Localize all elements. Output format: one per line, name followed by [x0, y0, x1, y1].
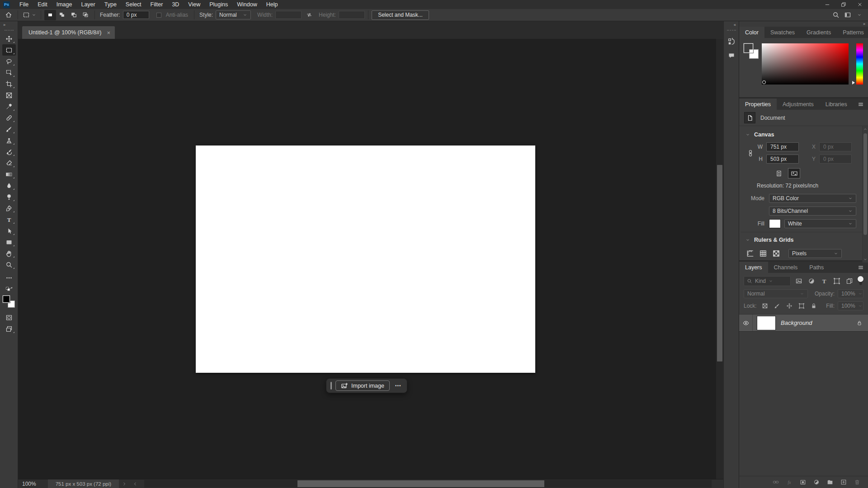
new-group-button[interactable]	[827, 479, 833, 485]
layer-style-button[interactable]: fx	[786, 479, 793, 485]
eyedropper-tool[interactable]	[2, 101, 16, 112]
canvas-x-input[interactable]	[819, 142, 852, 151]
tab-close-button[interactable]: ×	[107, 30, 110, 36]
menu-layer[interactable]: Layer	[76, 0, 99, 9]
document-canvas[interactable]	[196, 145, 535, 373]
menu-help[interactable]: Help	[262, 0, 283, 9]
rulers-section-header[interactable]: Rulers & Grids	[745, 237, 856, 243]
vertical-scrollbar-thumb[interactable]	[717, 165, 722, 361]
menu-plugins[interactable]: Plugins	[205, 0, 232, 9]
color-mode-dropdown[interactable]: RGB Color	[769, 194, 856, 203]
lock-image-pixels-button[interactable]	[773, 302, 781, 310]
status-next-button[interactable]	[119, 482, 130, 486]
fill-color-swatch[interactable]	[769, 219, 781, 228]
ruler-icon[interactable]	[746, 249, 754, 258]
scroll-down-icon[interactable]	[863, 257, 868, 262]
edit-toolbar-button[interactable]	[2, 272, 16, 283]
tab-gradients[interactable]: Gradients	[801, 27, 837, 38]
style-dropdown[interactable]: Normal	[216, 10, 251, 19]
anti-alias-checkbox[interactable]	[156, 13, 161, 18]
layer-thumbnail[interactable]	[757, 316, 776, 330]
filter-pixel-layers-button[interactable]	[794, 277, 803, 286]
layer-row-background[interactable]: Background	[739, 314, 868, 332]
pen-tool[interactable]	[2, 202, 16, 214]
hue-strip[interactable]	[856, 43, 863, 84]
home-button[interactable]	[3, 10, 14, 20]
horizontal-scrollbar[interactable]	[144, 480, 712, 488]
layer-locked-icon[interactable]	[857, 320, 862, 326]
vertical-scrollbar[interactable]	[716, 39, 723, 479]
collapse-panels-button[interactable]: «	[734, 21, 739, 27]
filter-shape-layers-button[interactable]	[832, 277, 841, 286]
dodge-tool[interactable]	[2, 191, 16, 202]
add-layer-mask-button[interactable]	[800, 479, 806, 485]
zoom-tool[interactable]	[2, 259, 16, 270]
layers-panel-menu-button[interactable]	[858, 264, 868, 271]
select-and-mask-button[interactable]: Select and Mask...	[372, 10, 429, 20]
eraser-tool[interactable]	[2, 157, 16, 169]
healing-brush-tool[interactable]	[2, 112, 16, 123]
history-panel-button[interactable]	[726, 36, 737, 47]
brush-tool[interactable]	[2, 123, 16, 135]
filter-adjustment-layers-button[interactable]	[807, 277, 816, 286]
width-input[interactable]	[275, 11, 302, 19]
tool-preset-picker[interactable]	[21, 10, 38, 20]
foreground-color-swatch[interactable]	[744, 43, 753, 53]
swap-colors-button[interactable]	[5, 286, 13, 293]
workspace-button[interactable]	[842, 10, 854, 20]
grid-icon[interactable]	[759, 249, 767, 258]
lock-transparent-pixels-button[interactable]	[761, 302, 769, 310]
taskbar-drag-handle[interactable]	[330, 382, 332, 389]
selection-mode-add[interactable]	[56, 10, 68, 20]
expand-toolbar-button[interactable]: »	[0, 23, 5, 27]
canvas-height-input[interactable]	[766, 155, 799, 164]
transparency-grid-icon[interactable]	[772, 249, 780, 258]
fill-dropdown[interactable]: White	[784, 219, 856, 228]
restore-button[interactable]	[835, 0, 852, 9]
menu-window[interactable]: Window	[232, 0, 261, 9]
landscape-orientation-button[interactable]	[788, 168, 800, 178]
menu-view[interactable]: View	[184, 0, 205, 9]
new-adjustment-layer-button[interactable]	[813, 479, 820, 485]
quick-mask-button[interactable]	[2, 312, 16, 323]
minimize-button[interactable]	[819, 0, 835, 9]
dock-grip[interactable]	[727, 30, 736, 31]
color-picker-handle[interactable]	[762, 80, 766, 84]
tab-paths[interactable]: Paths	[803, 262, 830, 273]
canvas-y-input[interactable]	[819, 155, 852, 164]
path-selection-tool[interactable]	[2, 225, 16, 236]
crop-tool[interactable]	[2, 78, 16, 89]
menu-type[interactable]: Type	[100, 0, 121, 9]
tab-adjustments[interactable]: Adjustments	[777, 99, 820, 110]
collapse-group-button[interactable]: »	[863, 22, 865, 26]
new-layer-button[interactable]	[840, 479, 847, 485]
tab-libraries[interactable]: Libraries	[820, 99, 853, 110]
blend-mode-dropdown[interactable]: Normal	[744, 289, 808, 298]
menu-filter[interactable]: Filter	[146, 0, 168, 9]
filter-smart-objects-button[interactable]	[844, 277, 854, 286]
foreground-background-colors[interactable]	[3, 296, 15, 308]
tab-swatches[interactable]: Swatches	[764, 27, 801, 38]
clone-stamp-tool[interactable]	[2, 135, 16, 146]
rectangular-marquee-tool[interactable]	[2, 44, 16, 56]
menu-image[interactable]: Image	[52, 0, 77, 9]
hue-slider-arrow[interactable]	[852, 81, 855, 84]
lasso-tool[interactable]	[2, 56, 16, 67]
selection-mode-intersect[interactable]	[80, 10, 91, 20]
canvas-section-header[interactable]: Canvas	[745, 131, 856, 138]
layer-name[interactable]: Background	[781, 319, 812, 326]
toolbar-grip[interactable]	[5, 30, 14, 31]
horizontal-scrollbar-thumb[interactable]	[297, 480, 544, 487]
scroll-up-icon[interactable]	[863, 127, 868, 131]
feather-input[interactable]	[123, 11, 149, 19]
lock-all-button[interactable]	[810, 302, 818, 310]
menu-edit[interactable]: Edit	[33, 0, 52, 9]
tab-layers[interactable]: Layers	[739, 262, 768, 273]
taskbar-more-button[interactable]: •••	[393, 382, 403, 389]
opacity-dropdown[interactable]: 100%	[838, 289, 863, 298]
lock-artboard-button[interactable]	[797, 302, 806, 310]
link-dimensions-button[interactable]	[745, 142, 756, 164]
selection-mode-subtract[interactable]	[68, 10, 80, 20]
type-tool[interactable]: T	[2, 214, 16, 225]
tab-patterns[interactable]: Patterns	[837, 27, 868, 38]
